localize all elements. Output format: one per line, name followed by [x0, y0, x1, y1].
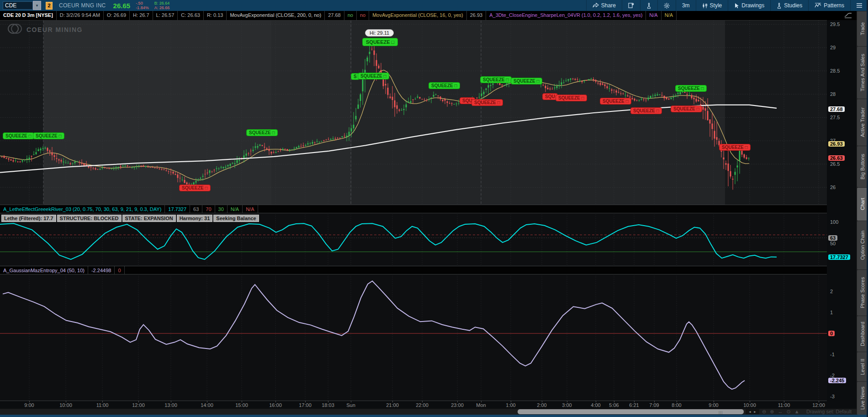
time-label-21: 7:09 [649, 402, 659, 408]
sidebar-tab-live-news[interactable]: Live News [857, 382, 868, 415]
price-tick-27.5: 27.5 [830, 115, 840, 120]
account-badge[interactable]: 2 [46, 2, 53, 10]
lethe-badge-4: Seeking Balance [213, 215, 259, 222]
lethe-header-value-0: 17.7327 [165, 205, 190, 213]
zoom-out-icon[interactable]: ⊖ [762, 409, 766, 415]
time-label-25: 11:00 [778, 402, 790, 408]
lethe-header-title[interactable]: A_LetheEffectGreeekRiver_03 (20, 0.75, 7… [0, 205, 165, 213]
chart-header-cell-14: N/A [646, 11, 661, 20]
menu-button[interactable] [850, 0, 868, 11]
studies-button[interactable]: Studies [770, 0, 808, 11]
analyze-button[interactable] [640, 0, 657, 11]
scrollbar-thumb[interactable]: ||| [518, 409, 744, 414]
symbol-box[interactable]: CDE ▼ [3, 1, 41, 10]
notes-icon: ! [628, 3, 634, 8]
time-label-4: 13:00 [164, 402, 177, 408]
time-label-0: 9:00 [24, 402, 34, 408]
lethe-study-header[interactable]: A_LetheEffectGreeekRiver_03 (20, 0.75, 7… [0, 205, 827, 213]
lethe-badge-1: STRUCTURE: BLOCKED [57, 215, 122, 222]
sidebar-tab-active-trader[interactable]: Active Trader [857, 99, 868, 146]
tos-window: CDE ▼ 2 COEUR MNG INC 26.65 -.50 -1.84% … [0, 0, 868, 417]
patterns-button[interactable]: Patterns [808, 0, 850, 11]
chart-header-cell-5: C: 26.63 [178, 11, 204, 20]
scroll-right-icon[interactable]: ► [753, 410, 757, 413]
bid-ask-stack: B: 26.64 A: 26.66 [154, 1, 170, 10]
price-axis[interactable] [827, 20, 857, 409]
cursor-icon [734, 3, 739, 9]
chart-header-cell-13[interactable]: A_3Dte_CloseEngine_SharpeLen_04VR (1.0, … [486, 11, 646, 20]
entropy-header-value-1: 0 [115, 266, 124, 274]
sidebar-tab-times-and-sales[interactable]: Times And Sales [857, 47, 868, 99]
price-tick-26.5: 26.5 [830, 161, 840, 167]
chart-nav-icons[interactable]: ⊖⊕↔⊙▲ [762, 409, 799, 415]
bottom-scrollbar[interactable]: ||| ◄ ► ⊖⊕↔⊙▲ Drawing set: Default [0, 409, 860, 415]
entropy-study-panel[interactable] [0, 274, 827, 401]
lethe-badge-2: STATE: EXPANSION [122, 215, 176, 222]
scroll-arrow-buttons[interactable]: ◄ ► [746, 409, 759, 414]
chart-header-cell-10: no [357, 11, 369, 20]
gear-icon [664, 3, 670, 9]
sidebar-tab-dashboard[interactable]: Dashboard [857, 316, 868, 352]
sidebar-tab-chart[interactable]: Chart [857, 188, 868, 221]
sidebar-tab-big-buttons[interactable]: Big Buttons [857, 146, 868, 187]
price-tick-28.5: 28.5 [830, 68, 840, 74]
lethe-header-value-4: N/A [228, 205, 243, 213]
price-badge-0: 27.68 [828, 106, 845, 112]
scrollbar-grip[interactable]: ||| [719, 410, 723, 414]
studies-flask-icon [777, 3, 782, 9]
cursor-tool-icon[interactable]: ▲ [794, 409, 799, 415]
share-icon [593, 3, 599, 8]
symbol-input[interactable]: CDE [3, 1, 33, 10]
candle-style-icon [702, 3, 708, 9]
chart-header-cell-6: R: 0.13 [204, 11, 227, 20]
main-price-chart[interactable] [0, 21, 827, 205]
crosshair-icon[interactable]: ⊙ [786, 409, 790, 415]
time-label-17: 3:00 [562, 402, 572, 408]
sidebar-tab-trade[interactable]: Trade [857, 11, 868, 46]
entropy-tick-1: 1 [830, 310, 833, 315]
scroll-left-icon[interactable]: ◄ [748, 410, 752, 413]
notes-button[interactable]: ! [622, 0, 640, 11]
time-label-22: 8:00 [672, 402, 681, 408]
timeframe-button[interactable]: 3m [676, 0, 696, 11]
time-label-14: Mon [476, 402, 486, 408]
price-tick-28: 28 [830, 91, 836, 97]
bid-value: B: 26.64 [154, 1, 170, 5]
chart-header-cell-0[interactable]: CDE 20 D 3m [NYSE] [0, 11, 57, 20]
time-label-20: 6:21 [629, 402, 639, 408]
entropy-tick--3: -3 [830, 394, 835, 399]
sidebar-tab-phase-scores[interactable]: Phase Scores [857, 270, 868, 316]
time-axis[interactable]: 9:0010:0011:0012:0013:0014:0015:0016:001… [0, 401, 827, 409]
lethe-status-badges: Lethe (Filtered): 17.7STRUCTURE: BLOCKED… [1, 215, 259, 222]
sidebar-tab-option-chain[interactable]: Option Chain [857, 221, 868, 269]
entropy-header-title[interactable]: A_GaussianMazEntropy_04 (50, 10) [0, 266, 88, 274]
zoom-in-icon[interactable]: ⊕ [770, 409, 774, 415]
share-button[interactable]: Share [586, 0, 622, 11]
time-label-15: 1:00 [506, 402, 515, 408]
style-button[interactable]: Style [696, 0, 728, 11]
sidebar-tab-level-ii[interactable]: Level II [857, 352, 868, 381]
drawings-button[interactable]: Drawings [728, 0, 770, 11]
squeeze-label-r-6: SQUEEZE □ [630, 107, 662, 114]
patterns-label: Patterns [824, 2, 844, 9]
drawings-label: Drawings [741, 2, 764, 9]
axis-mode-icon[interactable] [844, 12, 852, 20]
lethe-header-value-5: N/A [243, 205, 258, 213]
entropy-study-header[interactable]: A_GaussianMazEntropy_04 (50, 10)-2.24498… [0, 266, 827, 274]
squeeze-label-g-6: SQUEEZE □ [429, 82, 460, 89]
chart-header-cell-7[interactable]: MovAvgExponential (CLOSE, 200, 0, no) [227, 11, 325, 20]
symbol-dropdown-button[interactable]: ▼ [33, 1, 41, 10]
chart-header-cell-11[interactable]: MovAvgExponential (CLOSE, 16, 0, yes) [369, 11, 467, 20]
share-label: Share [601, 2, 616, 9]
time-label-11: 21:00 [386, 402, 399, 408]
chart-header: CDE 20 D 3m [NYSE]D: 3/2/26 9:54 AMO: 26… [0, 11, 857, 21]
drawing-set-label[interactable]: Drawing set: Default [806, 409, 852, 415]
squeeze-label-g-8: SQUEEZE □ [511, 78, 542, 84]
settings-button[interactable] [657, 0, 676, 11]
squeeze-label-g-2: SQUEEZE □ [246, 129, 278, 136]
chart-header-cell-3: H: 26.7 [130, 11, 153, 20]
lethe-badge-axis-1: 17.7327 [828, 254, 850, 260]
pan-horizontal-icon[interactable]: ↔ [778, 409, 783, 415]
squeeze-label-r-2: SQUEEZE □ [471, 99, 503, 106]
change-stack: -.50 -1.84% [136, 1, 149, 10]
